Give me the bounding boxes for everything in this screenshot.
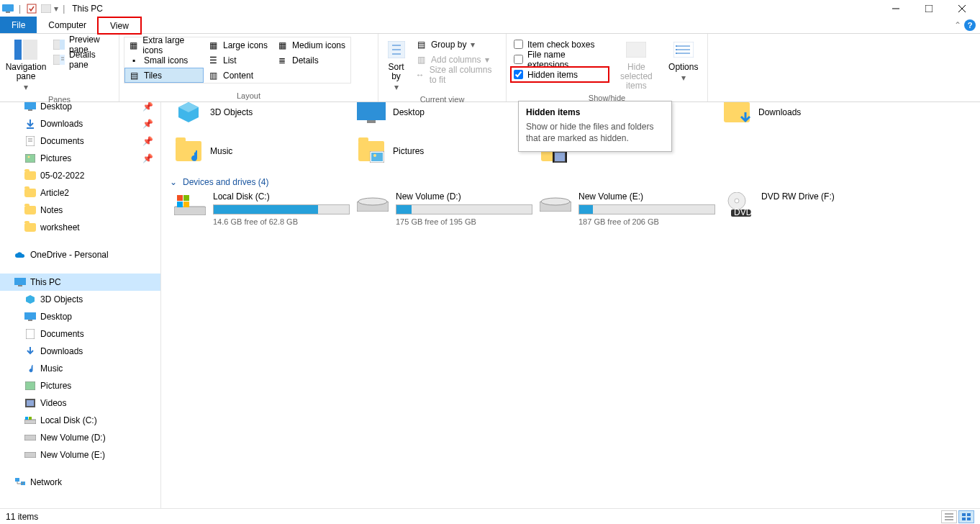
qat-newfolder-icon[interactable] [40,2,53,15]
svg-rect-33 [24,312,36,320]
layout-medium[interactable]: ▦Medium icons [273,37,350,53]
nav-downloads[interactable]: Downloads📌 [0,115,160,132]
svg-rect-54 [555,153,565,161]
nav-music[interactable]: Music [0,360,160,377]
dvd-icon: DVD [722,191,754,217]
folder-icon [24,222,36,233]
downloads-icon [24,118,36,130]
svg-rect-36 [25,381,35,390]
nav-new-volume-d[interactable]: New Volume (D:) [0,429,160,446]
details-pane-button[interactable]: Details pane [50,52,114,67]
nav-folder-1[interactable]: 05-02-2022 [0,167,160,184]
nav-documents[interactable]: Documents📌 [0,132,160,150]
layout-tiles[interactable]: ▤Tiles [124,68,204,83]
layout-details[interactable]: ≣Details [273,53,350,68]
options-button[interactable]: Options▾ [663,37,703,84]
layout-content[interactable]: ▥Content [204,68,273,83]
navigation-pane-button[interactable]: Navigation pane▾ [4,37,47,94]
drive-f[interactable]: DVD DVD RW Drive (F:) [722,191,895,226]
tab-file[interactable]: File [0,17,37,33]
svg-point-65 [541,198,570,205]
downloads-icon [24,345,36,357]
nav-3dobjects[interactable]: 3D Objects [0,291,160,308]
drive-d[interactable]: New Volume (D:)175 GB free of 195 GB [357,191,530,226]
pin-icon: 📌 [142,102,153,112]
svg-rect-40 [25,417,28,420]
pictures-icon [24,153,36,164]
folder-icon [24,170,36,181]
nav-thispc[interactable]: This PC [0,274,160,291]
tab-view[interactable]: View [98,17,141,34]
svg-rect-59 [183,195,189,201]
nav-onedrive[interactable]: OneDrive - Personal [0,246,160,263]
folder-pictures[interactable]: Pictures [357,135,530,167]
nav-network[interactable]: Network [0,474,160,491]
nav-local-disk-c[interactable]: Local Disk (C:) [0,412,160,429]
drive-icon [174,191,206,217]
close-button[interactable] [945,0,979,17]
nav-videos[interactable]: Videos [0,394,160,412]
folder-icon [722,102,751,127]
devices-drives-header[interactable]: ⌄ Devices and drives (4) [170,177,974,187]
folder-3dobjects[interactable]: 3D Objects [174,102,347,128]
svg-rect-55 [553,151,554,163]
file-name-extensions-toggle[interactable]: File name extensions [511,52,609,67]
navigation-pane[interactable]: Desktop📌 Downloads📌 Documents📌 Pictures📌… [0,102,161,508]
nav-downloads2[interactable]: Downloads [0,343,160,360]
svg-marker-32 [26,295,35,304]
qat-properties-icon[interactable] [25,2,38,15]
svg-rect-3 [41,4,51,13]
layout-picker[interactable]: ▦Extra large icons ▦Large icons ▦Medium … [124,37,351,83]
nav-folder-4[interactable]: worksheet [0,219,160,236]
svg-rect-23 [28,109,32,111]
tab-computer[interactable]: Computer [37,17,98,33]
ribbon-tabs: File Computer View ⌃ ? [0,17,980,34]
layout-large[interactable]: ▦Large icons [204,37,273,53]
folder-downloads[interactable]: Downloads [722,102,895,128]
help-icon[interactable]: ? [964,19,976,31]
nav-pictures[interactable]: Pictures📌 [0,150,160,167]
collapse-ribbon-icon[interactable]: ⌃ [954,20,961,30]
pin-icon: 📌 [142,119,153,129]
view-tiles-toggle[interactable] [958,510,974,523]
svg-rect-71 [967,513,971,516]
layout-small[interactable]: ▪Small icons [124,53,204,68]
chevron-down-icon: ⌄ [170,177,178,187]
view-details-toggle[interactable] [941,510,957,523]
drive-c[interactable]: Local Disk (C:)14.6 GB free of 62.8 GB [174,191,347,226]
drive-icon [24,432,36,443]
svg-rect-5 [925,5,933,12]
layout-list[interactable]: ☰List [204,53,273,68]
size-columns-button: ↔Size all columns to fit [412,67,502,82]
svg-rect-41 [29,417,32,420]
svg-rect-58 [177,195,183,201]
nav-documents2[interactable]: Documents [0,325,160,343]
svg-rect-34 [28,320,32,321]
nav-desktop[interactable]: Desktop📌 [0,102,160,115]
svg-rect-56 [566,151,567,163]
svg-rect-70 [962,513,966,516]
nav-folder-3[interactable]: Notes [0,202,160,219]
nav-desktop2[interactable]: Desktop [0,308,160,325]
content-area[interactable]: 3D Objects Desktop Downloads Music Pictu… [161,102,980,508]
drive-usage-bar [579,204,715,214]
maximize-button[interactable] [912,0,945,17]
nav-folder-2[interactable]: Article2 [0,184,160,202]
svg-rect-60 [177,202,183,207]
minimize-button[interactable] [879,0,912,17]
music-icon [24,363,36,374]
nav-new-volume-e[interactable]: New Volume (E:) [0,446,160,464]
pictures-icon [24,380,36,392]
drive-e[interactable]: New Volume (E:)187 GB free of 206 GB [540,191,712,226]
folder-desktop[interactable]: Desktop [357,102,530,128]
nav-pictures2[interactable]: Pictures [0,377,160,394]
svg-point-20 [676,49,677,50]
folder-icon [174,137,203,166]
sort-by-button[interactable]: Sort by▾ [383,37,409,94]
svg-rect-35 [26,329,35,339]
folder-music[interactable]: Music [174,135,347,167]
svg-rect-43 [24,452,36,458]
window-title: This PC [72,4,103,14]
group-by-button[interactable]: ▤Group by ▾ [412,37,502,52]
layout-extra-large[interactable]: ▦Extra large icons [124,37,204,53]
